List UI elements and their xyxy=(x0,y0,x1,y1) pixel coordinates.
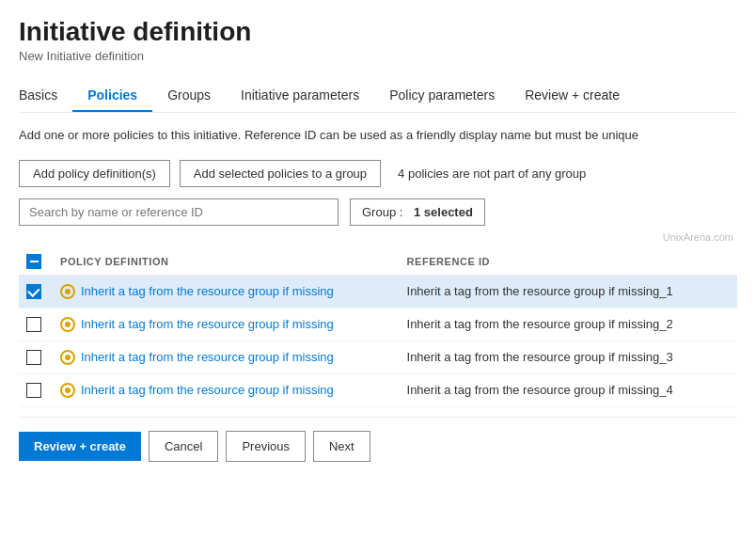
row-checkbox-cell xyxy=(19,275,53,308)
search-input[interactable] xyxy=(19,198,339,226)
tab-review-create[interactable]: Review + create xyxy=(510,80,635,112)
toolbar-row: Add policy definition(s) Add selected po… xyxy=(19,160,737,187)
policy-name-cell: Inherit a tag from the resource group if… xyxy=(53,308,400,340)
description-text: Add one or more policies to this initiat… xyxy=(19,126,737,145)
select-all-checkbox[interactable] xyxy=(26,254,41,269)
tab-initiative-parameters[interactable]: Initiative parameters xyxy=(226,80,374,112)
tab-bar: Basics Policies Groups Initiative parame… xyxy=(19,80,737,113)
policy-name-cell: Inherit a tag from the resource group if… xyxy=(53,340,400,373)
table-row: Inherit a tag from the resource group if… xyxy=(19,340,737,373)
table-row: Inherit a tag from the resource group if… xyxy=(19,275,737,308)
reference-id-cell: Inherit a tag from the resource group if… xyxy=(400,275,737,308)
page-subtitle: New Initiative definition xyxy=(19,49,737,63)
row-checkbox-cell xyxy=(19,340,53,373)
review-create-button[interactable]: Review + create xyxy=(19,432,141,461)
tab-policies[interactable]: Policies xyxy=(72,80,152,112)
policy-icon xyxy=(60,317,75,332)
tab-groups[interactable]: Groups xyxy=(152,80,226,112)
policy-icon xyxy=(60,350,75,365)
page-title: Initiative definition xyxy=(19,17,737,47)
policy-name-link[interactable]: Inherit a tag from the resource group if… xyxy=(81,284,334,298)
row-checkbox[interactable] xyxy=(26,284,41,299)
row-checkbox[interactable] xyxy=(26,350,41,365)
policy-icon xyxy=(60,284,75,299)
reference-id-cell: Inherit a tag from the resource group if… xyxy=(400,373,737,406)
group-filter-label: Group : xyxy=(362,205,402,219)
policy-name-link[interactable]: Inherit a tag from the resource group if… xyxy=(81,350,334,364)
reference-id-cell: Inherit a tag from the resource group if… xyxy=(400,340,737,373)
cancel-button[interactable]: Cancel xyxy=(149,431,218,462)
footer: Review + create Cancel Previous Next xyxy=(19,417,737,462)
policy-table: POLICY DEFINITION REFERENCE ID Inherit a… xyxy=(19,248,737,407)
add-to-group-button[interactable]: Add selected policies to a group xyxy=(180,160,381,187)
next-button[interactable]: Next xyxy=(313,431,370,462)
add-policy-button[interactable]: Add policy definition(s) xyxy=(19,160,170,187)
policy-name-link[interactable]: Inherit a tag from the resource group if… xyxy=(81,317,334,331)
policy-name-cell: Inherit a tag from the resource group if… xyxy=(53,275,400,308)
row-checkbox-cell xyxy=(19,308,53,340)
previous-button[interactable]: Previous xyxy=(226,431,306,462)
watermark: UnixArena.com xyxy=(19,231,737,243)
policies-info-text: 4 policies are not part of any group xyxy=(398,166,586,181)
row-checkbox[interactable] xyxy=(26,317,41,332)
table-row: Inherit a tag from the resource group if… xyxy=(19,308,737,340)
tab-basics[interactable]: Basics xyxy=(19,80,72,112)
table-row: Inherit a tag from the resource group if… xyxy=(19,373,737,406)
group-filter-selected: 1 selected xyxy=(414,205,473,219)
col-reference-id: REFERENCE ID xyxy=(400,248,737,276)
row-checkbox[interactable] xyxy=(26,383,41,398)
group-filter-button[interactable]: Group : 1 selected xyxy=(350,198,485,226)
policy-icon xyxy=(60,383,75,398)
row-checkbox-cell xyxy=(19,373,53,406)
policy-name-link[interactable]: Inherit a tag from the resource group if… xyxy=(81,383,334,397)
filter-row: Group : 1 selected xyxy=(19,198,737,226)
reference-id-cell: Inherit a tag from the resource group if… xyxy=(400,308,737,340)
policy-name-cell: Inherit a tag from the resource group if… xyxy=(53,373,400,406)
col-policy-definition: POLICY DEFINITION xyxy=(53,248,400,276)
tab-policy-parameters[interactable]: Policy parameters xyxy=(374,80,510,112)
